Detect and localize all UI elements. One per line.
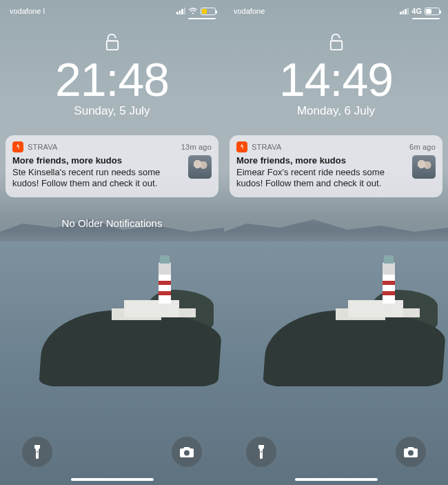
- charging-indicator-line: [412, 18, 440, 19]
- home-indicator[interactable]: [295, 478, 378, 481]
- notification-header: STRAVA 6m ago: [236, 141, 436, 152]
- status-right: [176, 8, 216, 15]
- home-indicator[interactable]: [71, 478, 154, 481]
- lockscreen-right: vodafone 4G 14:49 Monday, 6 July STRAVA …: [224, 0, 448, 485]
- notification-message: Ste Kinsella's recent run needs some kud…: [12, 167, 183, 190]
- signal-icon: [400, 8, 409, 14]
- notification-message: Eimear Fox's recent ride needs some kudo…: [236, 167, 407, 190]
- no-older-notifications-label: No Older Notifications: [0, 217, 224, 229]
- notification-app-name: STRAVA: [252, 143, 409, 151]
- battery-fill: [202, 9, 207, 14]
- wallpaper-lighthouse: [383, 262, 395, 304]
- camera-button[interactable]: [396, 437, 426, 467]
- lockscreen-shortcuts: [224, 437, 448, 467]
- flashlight-icon: [255, 444, 267, 459]
- unlock-icon: [105, 33, 120, 52]
- strava-app-icon: [236, 141, 247, 152]
- wifi-icon: [188, 8, 198, 14]
- battery-fill: [426, 9, 431, 14]
- carrier-label: vodafone: [234, 7, 265, 15]
- notification-title: More friends, more kudos: [236, 155, 407, 167]
- unlock-icon: [329, 33, 344, 52]
- lockscreen-shortcuts: [0, 437, 224, 467]
- notification-title: More friends, more kudos: [12, 155, 183, 167]
- clock-time: 14:49: [224, 55, 448, 104]
- clock-time: 21:48: [0, 55, 224, 104]
- wallpaper-headland: [265, 276, 445, 386]
- notification-time-ago: 6m ago: [409, 143, 436, 151]
- notification-app-name: STRAVA: [28, 143, 181, 151]
- notification-time-ago: 13m ago: [181, 143, 212, 151]
- charging-indicator-line: [188, 18, 216, 19]
- notification-body: More friends, more kudos Eimear Fox's re…: [236, 155, 436, 190]
- notification-thumbnail: [412, 155, 436, 179]
- camera-icon: [179, 446, 194, 458]
- notification-card[interactable]: STRAVA 13m ago More friends, more kudos …: [6, 135, 218, 197]
- notification-header: STRAVA 13m ago: [12, 141, 212, 152]
- flashlight-button[interactable]: [246, 437, 276, 467]
- notification-card[interactable]: STRAVA 6m ago More friends, more kudos E…: [230, 135, 442, 197]
- camera-icon: [403, 446, 418, 458]
- strava-app-icon: [12, 141, 23, 152]
- clock-date: Sunday, 5 July: [0, 104, 224, 118]
- clock-date: Monday, 6 July: [224, 104, 448, 118]
- flashlight-icon: [31, 444, 43, 459]
- status-bar: vodafone 4G: [224, 4, 448, 18]
- signal-icon: [176, 8, 185, 14]
- notification-body: More friends, more kudos Ste Kinsella's …: [12, 155, 212, 190]
- wallpaper-lighthouse: [159, 262, 171, 304]
- wallpaper-headland: [41, 276, 221, 386]
- network-type-label: 4G: [411, 7, 422, 15]
- lockscreen-left: vodafone I 21:48 Sunday, 5 July STRAVA 1…: [0, 0, 224, 485]
- lock-area: 21:48 Sunday, 5 July: [0, 33, 224, 118]
- battery-icon: [201, 8, 216, 15]
- carrier-label: vodafone I: [10, 7, 45, 15]
- notification-thumbnail: [188, 155, 212, 179]
- camera-button[interactable]: [172, 437, 202, 467]
- status-bar: vodafone I: [0, 4, 224, 18]
- flashlight-button[interactable]: [22, 437, 52, 467]
- battery-icon: [425, 8, 440, 15]
- lock-area: 14:49 Monday, 6 July: [224, 33, 448, 118]
- status-right: 4G: [400, 7, 440, 15]
